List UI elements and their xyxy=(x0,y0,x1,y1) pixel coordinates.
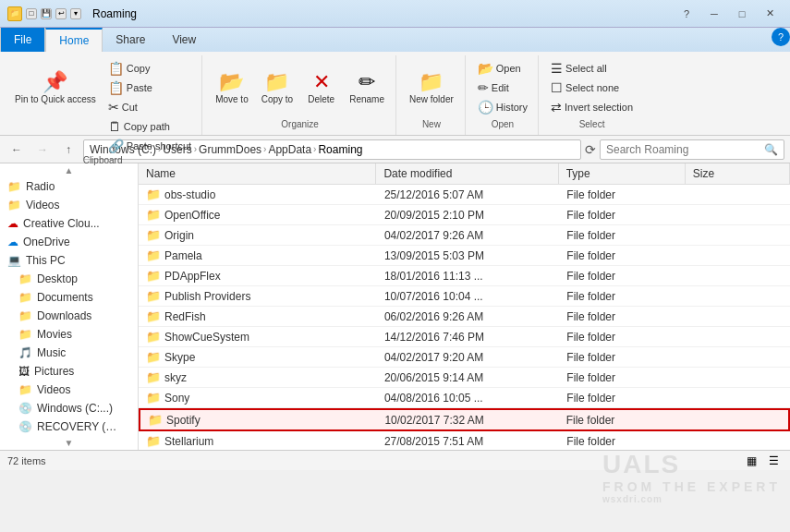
cell-type: File folder xyxy=(559,206,686,224)
table-row[interactable]: 📁Publish Providers 10/07/2016 10:04 ... … xyxy=(139,286,790,307)
sidebar-item-desktop[interactable]: 📁 Desktop xyxy=(0,270,138,288)
search-input[interactable] xyxy=(606,143,760,156)
delete-label: Delete xyxy=(308,94,334,104)
maximize-button[interactable]: □ xyxy=(729,3,755,25)
paste-label: Paste xyxy=(127,82,152,93)
copy-path-button[interactable]: 🗒 Copy path xyxy=(103,117,196,136)
tab-view[interactable]: View xyxy=(159,28,210,52)
sidebar-item-videos2[interactable]: 📁 Videos xyxy=(0,381,138,399)
qa-icon-2[interactable]: 💾 xyxy=(41,8,52,19)
tab-file[interactable]: File xyxy=(0,28,45,52)
sidebar-item-onedrive[interactable]: ☁ OneDrive xyxy=(0,233,138,251)
folder-icon: 📁 xyxy=(146,309,161,323)
col-header-type[interactable]: Type xyxy=(559,163,686,184)
rename-icon: ✏ xyxy=(359,72,375,92)
sidebar-item-recovery[interactable]: 💿 RECOVERY (… xyxy=(0,417,138,436)
paste-button[interactable]: 📋 Paste xyxy=(103,79,196,97)
large-icons-view-button[interactable]: ▦ xyxy=(742,453,760,469)
cell-date: 27/08/2015 7:51 AM xyxy=(377,432,559,451)
refresh-button[interactable]: ⟳ xyxy=(585,142,596,157)
edit-button[interactable]: ✏ Edit xyxy=(473,79,532,97)
minimize-button[interactable]: ─ xyxy=(701,3,727,25)
cell-date: 13/09/2015 5:03 PM xyxy=(377,247,559,265)
cell-type: File folder xyxy=(559,267,686,285)
invert-label: Invert selection xyxy=(565,102,633,113)
invert-selection-button[interactable]: ⇄ Invert selection xyxy=(546,98,638,116)
cell-size xyxy=(686,253,790,259)
sidebar-item-creative-cloud[interactable]: ☁ Creative Clou... xyxy=(0,214,138,233)
sidebar-item-documents[interactable]: 📁 Documents xyxy=(0,288,138,307)
table-row[interactable]: 📁Spotify 10/02/2017 7:32 AM File folder xyxy=(139,408,790,431)
select-all-button[interactable]: ☰ Select all xyxy=(546,59,638,78)
move-to-icon: 📂 xyxy=(219,72,244,92)
breadcrumb-item-4[interactable]: AppData xyxy=(268,143,311,156)
qa-icon-1[interactable]: □ xyxy=(26,8,37,19)
new-folder-button[interactable]: 📁 New folder xyxy=(404,57,459,118)
col-header-date[interactable]: Date modified xyxy=(376,163,558,184)
cell-size xyxy=(686,192,790,198)
ribbon-help-button[interactable]: ? xyxy=(772,28,790,46)
delete-button[interactable]: ✕ Delete xyxy=(300,57,342,118)
cut-button[interactable]: ✂ Cut xyxy=(103,98,196,116)
sidebar-item-windows-c[interactable]: 💿 Windows (C:...) xyxy=(0,399,138,417)
folder-icon: 📁 xyxy=(148,413,163,427)
sidebar-label-videos2: Videos xyxy=(37,383,70,396)
cell-type: File folder xyxy=(559,432,686,451)
table-row[interactable]: 📁Skype 04/02/2017 9:20 AM File folder xyxy=(139,347,790,368)
table-row[interactable]: 📁skyz 20/06/2015 9:14 AM File folder xyxy=(139,368,790,388)
col-header-name[interactable]: Name xyxy=(139,163,376,184)
details-view-button[interactable]: ☰ xyxy=(764,453,783,469)
cell-size xyxy=(686,375,790,381)
breadcrumb-item-3[interactable]: GrummDoes xyxy=(199,143,261,156)
table-row[interactable]: 📁OpenOffice 20/09/2015 2:10 PM File fold… xyxy=(139,205,790,225)
sidebar-item-music[interactable]: 🎵 Music xyxy=(0,344,138,362)
copy-to-button[interactable]: 📁 Copy to xyxy=(256,57,298,118)
qa-icon-3[interactable]: ↩ xyxy=(55,8,67,19)
sidebar-item-movies[interactable]: 📁 Movies xyxy=(0,325,138,344)
paste-icon: 📋 xyxy=(108,80,124,95)
new-group: 📁 New folder New xyxy=(398,55,466,135)
sidebar-item-radio[interactable]: 📁 Radio xyxy=(0,177,138,196)
col-header-size[interactable]: Size xyxy=(686,163,790,184)
pin-to-quick-access-button[interactable]: 📌 Pin to Quick access xyxy=(9,57,102,118)
main-content: ▲ 📁 Radio 📁 Videos ☁ Creative Clou... ☁ … xyxy=(0,163,790,450)
open-button[interactable]: 📂 Open xyxy=(473,59,532,78)
qa-dropdown[interactable]: ▾ xyxy=(70,8,81,19)
tab-share[interactable]: Share xyxy=(103,28,159,52)
item-count: 72 items xyxy=(7,455,46,466)
sidebar-item-videos1[interactable]: 📁 Videos xyxy=(0,196,138,214)
table-row[interactable]: 📁Sony 04/08/2016 10:05 ... File folder xyxy=(139,388,790,408)
paste-shortcut-button[interactable]: 🔗 Paste shortcut xyxy=(103,137,196,155)
close-button[interactable]: ✕ xyxy=(757,3,783,25)
select-all-label: Select all xyxy=(565,63,607,74)
help-button[interactable]: ? xyxy=(674,3,699,25)
copy-button[interactable]: 📋 Copy xyxy=(103,59,196,78)
sidebar-item-pictures[interactable]: 🖼 Pictures xyxy=(0,362,138,381)
cell-size xyxy=(686,355,790,360)
breadcrumb-item-5[interactable]: Roaming xyxy=(318,143,362,156)
table-row[interactable]: 📁ShowCueSystem 14/12/2016 7:46 PM File f… xyxy=(139,327,790,347)
clipboard-small-buttons: 📋 Copy 📋 Paste ✂ Cut 🗒 Copy path xyxy=(103,57,196,155)
folder-icon: 📁 xyxy=(7,180,21,193)
table-row[interactable]: 📁obs-studio 25/12/2016 5:07 AM File fold… xyxy=(139,185,790,205)
sidebar-scroll-down[interactable]: ▼ xyxy=(0,436,138,450)
table-row[interactable]: 📁Stellarium 27/08/2015 7:51 AM File fold… xyxy=(139,431,790,450)
tab-home[interactable]: Home xyxy=(45,28,103,52)
move-to-button[interactable]: 📂 Move to xyxy=(210,57,254,118)
sidebar-item-this-pc[interactable]: 💻 This PC xyxy=(0,251,138,270)
rename-button[interactable]: ✏ Rename xyxy=(344,57,390,118)
select-none-button[interactable]: ☐ Select none xyxy=(546,79,638,97)
sidebar-label-pictures: Pictures xyxy=(34,365,74,378)
window-icon: 📁 xyxy=(7,6,22,21)
search-box[interactable]: 🔍 xyxy=(600,139,784,160)
table-row[interactable]: 📁PDAppFlex 18/01/2016 11:13 ... File fol… xyxy=(139,266,790,286)
watermark-line2: FROM THE EXPERT xyxy=(602,479,781,494)
folder-icon: 📁 xyxy=(18,272,32,285)
history-button[interactable]: 🕒 History xyxy=(473,98,532,116)
table-row[interactable]: 📁RedFish 06/02/2016 9:26 AM File folder xyxy=(139,307,790,327)
sidebar-item-downloads[interactable]: 📁 Downloads xyxy=(0,307,138,325)
history-label: History xyxy=(496,102,528,113)
table-row[interactable]: 📁Origin 04/02/2017 9:26 AM File folder xyxy=(139,225,790,246)
table-row[interactable]: 📁Pamela 13/09/2015 5:03 PM File folder xyxy=(139,246,790,266)
cell-name: 📁obs-studio xyxy=(139,185,377,204)
